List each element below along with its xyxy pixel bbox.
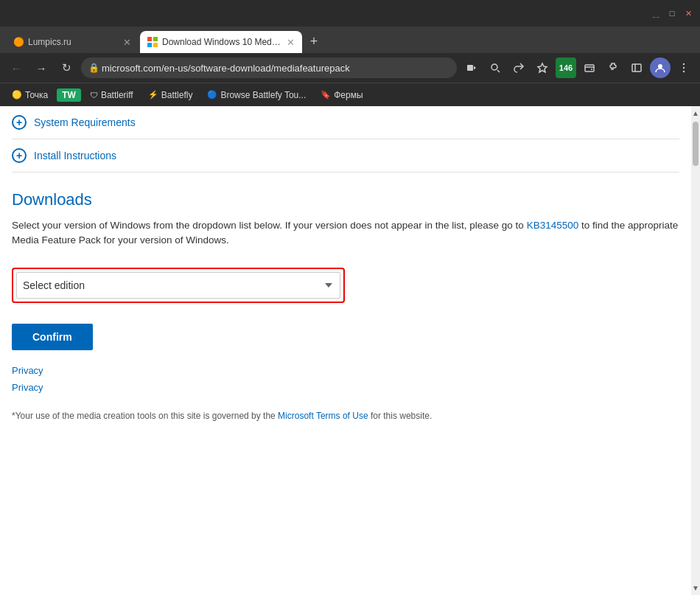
- svg-point-8: [591, 69, 592, 70]
- downloads-description: Select your version of Windows from the …: [12, 218, 679, 248]
- menu-icon[interactable]: [673, 58, 694, 78]
- downloads-heading: Downloads: [12, 190, 679, 209]
- svg-rect-3: [153, 43, 158, 47]
- svg-point-10: [658, 64, 662, 69]
- bookmark-label-battleriff: Battleriff: [101, 90, 133, 100]
- bookmark-favicon-browse: 🔵: [207, 90, 217, 100]
- bookmark-favicon-battleriff: 🛡: [90, 91, 98, 100]
- close-button[interactable]: ✕: [682, 7, 694, 19]
- install-instructions-label: Install Instructions: [34, 150, 116, 161]
- extensions-badge[interactable]: 146: [556, 58, 576, 78]
- new-tab-button[interactable]: +: [304, 31, 324, 52]
- page-content: + System Requirements + Install Instruct…: [0, 106, 691, 595]
- svg-rect-9: [632, 64, 641, 72]
- svg-rect-7: [585, 65, 594, 72]
- install-instructions-section[interactable]: + Install Instructions: [12, 139, 679, 173]
- share-icon[interactable]: [508, 58, 529, 78]
- address-container: 🔒: [81, 58, 457, 78]
- privacy-link-1[interactable]: Privacy: [12, 365, 679, 376]
- edition-select[interactable]: Select edition Windows 10 N Windows 10 S…: [16, 272, 340, 299]
- expand-icon-install: +: [12, 148, 27, 163]
- svg-marker-6: [538, 63, 547, 72]
- scrollbar-thumb[interactable]: [693, 122, 699, 166]
- svg-rect-4: [467, 65, 473, 71]
- page-with-scroll: + System Requirements + Install Instruct…: [0, 106, 700, 595]
- bookmark-battleriff[interactable]: 🛡 Battleriff: [84, 88, 139, 102]
- svg-point-5: [491, 64, 497, 70]
- bookmark-favicon-battlefly: ⚡: [148, 90, 158, 100]
- puzzle-icon[interactable]: [603, 58, 623, 78]
- tab-favicon-microsoft: [147, 37, 158, 47]
- favorites-icon[interactable]: [532, 58, 553, 78]
- bookmarks-bar: 🟡 Точка TW 🛡 Battleriff ⚡ Battlefly 🔵 Br…: [0, 83, 700, 106]
- tab-microsoft[interactable]: Download Windows 10 Media Fe... ✕: [140, 31, 302, 53]
- title-bar: ﹎ □ ✕: [0, 0, 700, 27]
- tab-favicon-lumpics: 🟠: [13, 37, 24, 47]
- description-text-1: Select your version of Windows from the …: [12, 220, 527, 231]
- sidebar-icon[interactable]: [626, 58, 647, 78]
- tabs-bar: 🟠 Lumpics.ru ✕ Download Windows 10 Media…: [0, 27, 700, 53]
- footer-text-2: for this website.: [368, 411, 433, 421]
- tab-title-lumpics: Lumpics.ru: [28, 37, 119, 47]
- wallet-icon[interactable]: [579, 58, 600, 78]
- scrollbar-down-arrow[interactable]: ▼: [690, 582, 700, 594]
- footer-text-1: *Your use of the media creation tools on…: [12, 411, 278, 421]
- downloads-section: Downloads Select your version of Windows…: [12, 173, 679, 433]
- tab-close-lumpics[interactable]: ✕: [123, 37, 131, 48]
- tab-close-microsoft[interactable]: ✕: [287, 37, 295, 48]
- bookmark-tw[interactable]: TW: [57, 88, 81, 102]
- bookmark-favicon-fermy: 🔖: [321, 90, 331, 100]
- edition-selector-wrapper: Select edition Windows 10 N Windows 10 S…: [12, 268, 345, 303]
- system-requirements-label: System Requirements: [34, 116, 136, 128]
- expand-icon-system: +: [12, 115, 27, 130]
- toolbar-icons: 146: [461, 58, 694, 78]
- footer-note: *Your use of the media creation tools on…: [12, 411, 679, 421]
- svg-rect-0: [147, 37, 152, 41]
- svg-point-13: [683, 71, 685, 72]
- tab-lumpics[interactable]: 🟠 Lumpics.ru ✕: [6, 31, 139, 53]
- address-bar: ← → ↻ 🔒 146: [0, 53, 700, 83]
- system-requirements-section[interactable]: + System Requirements: [12, 106, 679, 139]
- forward-button[interactable]: →: [31, 58, 52, 78]
- scrollbar[interactable]: ▲ ▼: [691, 106, 700, 595]
- profile-icon[interactable]: [650, 58, 671, 78]
- bookmark-favicon-tochka: 🟡: [12, 90, 22, 100]
- read-aloud-icon[interactable]: [461, 58, 482, 78]
- bookmark-browse-battlefy[interactable]: 🔵 Browse Battlefy Tou...: [201, 88, 312, 102]
- zoom-icon[interactable]: [485, 58, 505, 78]
- window-controls: ﹎ □ ✕: [650, 7, 694, 19]
- bookmark-fermy[interactable]: 🔖 Фермы: [315, 88, 368, 102]
- privacy-link-2[interactable]: Privacy: [12, 382, 679, 393]
- bookmark-battlefly[interactable]: ⚡ Battlefly: [142, 88, 199, 102]
- scrollbar-up-arrow[interactable]: ▲: [690, 108, 700, 119]
- minimize-button[interactable]: ﹎: [650, 7, 662, 19]
- confirm-button[interactable]: Confirm: [12, 324, 93, 350]
- svg-point-11: [683, 63, 685, 65]
- svg-rect-2: [147, 43, 152, 47]
- bookmark-tochka[interactable]: 🟡 Точка: [6, 88, 54, 102]
- bookmark-label-tochka: Точка: [25, 90, 48, 100]
- terms-link[interactable]: Microsoft Terms of Use: [278, 411, 368, 421]
- bookmark-label-fermy: Фермы: [334, 90, 363, 100]
- browser-frame: ﹎ □ ✕ 🟠 Lumpics.ru ✕ Download Windows 10…: [0, 0, 700, 106]
- bookmark-label-browse: Browse Battlefy Tou...: [220, 90, 306, 100]
- back-button[interactable]: ←: [6, 58, 27, 78]
- lock-icon: 🔒: [88, 63, 99, 73]
- tab-title-microsoft: Download Windows 10 Media Fe...: [162, 37, 282, 47]
- kb-link[interactable]: KB3145500: [527, 220, 579, 231]
- svg-rect-1: [153, 37, 158, 41]
- address-input[interactable]: [81, 58, 457, 78]
- refresh-button[interactable]: ↻: [56, 58, 77, 78]
- bookmark-label-battlefly: Battlefly: [161, 90, 193, 100]
- bookmark-label-tw: TW: [62, 90, 76, 100]
- svg-point-12: [683, 67, 685, 69]
- maximize-button[interactable]: □: [666, 7, 678, 19]
- content-area: + System Requirements + Install Instruct…: [0, 106, 691, 448]
